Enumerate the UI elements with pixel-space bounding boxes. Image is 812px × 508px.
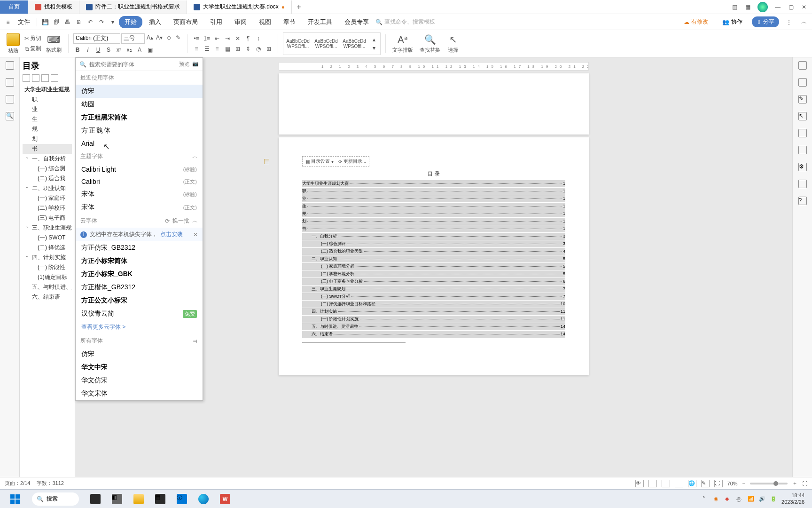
outline-item[interactable]: 六、结束语 <box>23 292 72 302</box>
tab-attachment2[interactable]: 附件二：职业生涯规划书格式要求 <box>79 0 187 14</box>
outline-char[interactable]: 业 <box>23 104 72 114</box>
menu-tab-member[interactable]: 会员专享 <box>339 16 375 28</box>
bullet-list-icon[interactable]: •≡ <box>192 34 201 43</box>
dashboard-icon[interactable] <box>798 180 807 188</box>
paste-icon[interactable] <box>7 33 20 46</box>
tab-templates[interactable]: 找相关模板 <box>28 0 79 14</box>
wps-icon[interactable]: W <box>214 490 236 508</box>
font-item[interactable]: Arial <box>76 137 203 150</box>
find-group[interactable]: 🔍 查找替换 <box>418 33 442 54</box>
file-menu[interactable]: 文件 <box>14 18 34 26</box>
zoom-thumb[interactable] <box>773 481 778 486</box>
save-icon[interactable]: 💾 <box>40 17 50 27</box>
justify-icon[interactable]: ▦ <box>223 45 232 53</box>
install-font-link[interactable]: 点击安装 <box>160 230 183 238</box>
cut-button[interactable]: ✂剪切 <box>24 34 41 43</box>
menu-tab-start[interactable]: 开始 <box>119 16 142 28</box>
edge-icon[interactable] <box>193 490 214 508</box>
outline-item[interactable]: (一) 阶段性 <box>23 262 72 272</box>
indent-icon[interactable]: ⇥ <box>223 34 232 43</box>
text-tools-group[interactable]: Aᵃ 文字排版 <box>390 33 415 54</box>
toc-entry[interactable]: (二) 择优选择职业目标和路径10 <box>302 301 565 308</box>
outline-char[interactable]: 生 <box>23 114 72 124</box>
outline-item[interactable]: (二) 学校环 <box>23 203 72 213</box>
outdent-icon[interactable]: ⇤ <box>213 34 221 43</box>
toc-settings-button[interactable]: ▦ 目录设置▾ <box>305 158 334 165</box>
refresh-icon[interactable]: ⟳ <box>165 218 170 224</box>
outline-root[interactable]: 大学生职业生涯规 <box>23 85 72 95</box>
taskbar-search[interactable]: 🔍搜索 <box>26 490 85 508</box>
toc-entry[interactable]: 四、计划实施11 <box>302 308 565 315</box>
help-icon[interactable]: ? <box>798 197 807 205</box>
view-web-icon[interactable]: 🌐 <box>688 480 696 487</box>
font-item[interactable]: 方正小标宋_GBK <box>76 268 203 281</box>
clock[interactable]: 18:44 2023/2/26 <box>781 492 804 505</box>
style-item-3[interactable]: AaBbCcDd WPSOffi... <box>341 34 368 54</box>
share-button[interactable]: ⇧ 分享 <box>752 16 779 27</box>
app-icon-blue[interactable]: ⓘ <box>171 490 193 508</box>
task-view-icon[interactable] <box>85 490 106 508</box>
style-scroll-down-icon[interactable]: ▾ <box>370 44 378 52</box>
app-icon[interactable]: ▦ <box>149 490 171 508</box>
toc-entry[interactable]: 二、职业认知5 <box>302 255 565 262</box>
menu-tab-view[interactable]: 视图 <box>253 16 277 28</box>
toc-entry[interactable]: 五、与时俱进、灵活调整14 <box>302 323 565 330</box>
search-icon[interactable]: 🔍 <box>6 112 14 120</box>
menu-hamburger-icon[interactable]: ≡ <box>3 17 13 27</box>
outline-item[interactable]: (一) 综合测 <box>23 164 72 174</box>
zoom-out-icon[interactable]: − <box>742 481 745 486</box>
toc-entry[interactable]: 职1 <box>302 188 565 195</box>
undo-icon[interactable]: ↶ <box>85 17 95 27</box>
edit-icon[interactable]: ✎ <box>798 95 807 103</box>
menu-tab-references[interactable]: 引用 <box>204 16 228 28</box>
bookmark-icon[interactable] <box>6 95 14 103</box>
outline-tool-icon[interactable] <box>32 74 39 82</box>
toc-entry[interactable]: (一) 家庭环境分析5 <box>302 263 565 270</box>
menu-tab-insert[interactable]: 插入 <box>143 16 167 28</box>
bold-icon[interactable]: B <box>73 46 82 54</box>
tab-home[interactable]: 首页 <box>0 0 28 14</box>
font-item[interactable]: 幼圆 <box>76 98 203 111</box>
toc-entry[interactable]: 书1 <box>302 225 565 232</box>
format-painter-icon[interactable]: ⌨ <box>48 33 60 46</box>
menu-tab-layout[interactable]: 页面布局 <box>168 16 203 28</box>
settings-icon[interactable]: ⚙ <box>798 163 807 171</box>
volume-icon[interactable]: 🔊 <box>759 496 765 502</box>
font-item[interactable]: 汉仪青云简免费 <box>76 307 203 320</box>
toc-update-button[interactable]: ⟳ 更新目录... <box>338 158 366 165</box>
border-icon[interactable]: ⊞ <box>265 45 273 53</box>
battery-icon[interactable]: 🔋 <box>770 496 777 502</box>
font-item[interactable]: 宋体(正文) <box>76 201 203 214</box>
font-item[interactable]: Calibri(正文) <box>76 175 203 188</box>
outline-char[interactable]: 书 <box>23 144 72 154</box>
file-explorer-icon[interactable] <box>128 490 149 508</box>
style-gallery[interactable]: AaBbCcDd WPSOffi... AaBbCcDd WPSOffi... … <box>283 32 381 55</box>
panel-icon[interactable] <box>798 61 807 70</box>
select-icon[interactable]: ↖ <box>798 112 807 120</box>
zoom-slider[interactable] <box>750 483 788 484</box>
toc-entry[interactable]: 生1 <box>302 203 565 210</box>
start-button[interactable] <box>4 490 26 508</box>
clear-format-icon[interactable]: ◇ <box>164 33 173 42</box>
layout-toggle-icon[interactable]: ▥ <box>731 4 738 10</box>
font-item[interactable]: 方正粗黑宋简体 <box>76 111 203 124</box>
toc-entry[interactable]: (一) SWOT分析7 <box>302 293 565 300</box>
align-right-icon[interactable]: ≡ <box>213 45 221 53</box>
underline-icon[interactable]: U <box>94 46 102 54</box>
font-name-select[interactable]: Calibri (正文) <box>73 33 120 44</box>
minimize-icon[interactable]: — <box>774 4 781 10</box>
dropdown-icon[interactable]: ▾ <box>108 17 118 27</box>
unsaved-changes-button[interactable]: ☁ 有修改 <box>679 16 713 27</box>
copy-button[interactable]: ⧉复制 <box>24 45 41 53</box>
font-item[interactable]: 华文仿宋 <box>76 374 203 387</box>
print-preview-icon[interactable]: 🗎 <box>74 17 84 27</box>
outline-tool-icon[interactable] <box>23 74 30 82</box>
outline-char[interactable]: 规 <box>23 124 72 134</box>
toc-entry[interactable]: (二) 学校环境分析5 <box>302 270 565 278</box>
font-item[interactable]: 方正仿宋_GB2312 <box>76 241 203 254</box>
fit-width-icon[interactable]: ⛶ <box>714 480 723 487</box>
view-outline-icon[interactable] <box>662 480 670 487</box>
outline-item[interactable]: (二) 适合我 <box>23 174 72 183</box>
style-icon[interactable] <box>798 78 807 87</box>
zoom-value[interactable]: 70% <box>727 481 738 486</box>
